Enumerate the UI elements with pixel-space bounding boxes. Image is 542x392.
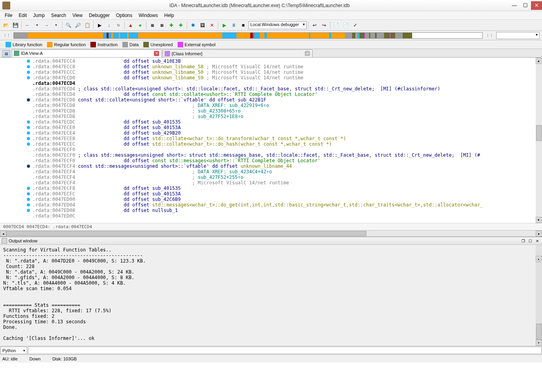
menu-edit[interactable]: Edit	[15, 12, 30, 19]
struct-icon[interactable]: ▦	[148, 21, 157, 30]
find-next-icon[interactable]: 🔎	[73, 21, 82, 30]
bp-icon[interactable]: 📄	[332, 21, 341, 30]
find-icon[interactable]: 🔍	[64, 21, 73, 30]
vscroll-thumb[interactable]	[536, 125, 542, 141]
code-line[interactable]: .rdata:0047ECF0	[0, 147, 542, 152]
go-green-icon[interactable]: ●	[136, 21, 144, 30]
code-line[interactable]: .rdata:0047ECC8 dd offset unknown_libnam…	[0, 64, 542, 69]
minimize-button[interactable]: —	[509, 1, 520, 10]
code-line[interactable]: .rdata:0047ECEC dd offset std::collate<w…	[0, 141, 542, 147]
menu-jump[interactable]: Jump	[30, 12, 48, 19]
code-line[interactable]: .rdata:0047ECF4 ; sub_427F52+255↑o	[0, 174, 542, 180]
nav-handle-icon[interactable]: ⋮⋮	[2, 31, 11, 40]
bp2-icon[interactable]: 📄	[341, 21, 350, 30]
hex-icon[interactable]: N	[114, 21, 123, 30]
code-line[interactable]: .rdata:0047ECF4 ; DATA XREF: sub_4234C4+…	[0, 169, 542, 174]
run-icon[interactable]: ▶	[95, 21, 104, 30]
hscroll-thumb[interactable]	[6, 231, 366, 236]
command-input[interactable]	[28, 347, 542, 354]
code-line[interactable]: .rdata:0047ECFC dd offset sub_40153A	[0, 191, 542, 197]
tab-idaviewa[interactable]: IDA View-A✕	[12, 49, 162, 57]
debugger-select[interactable]: Local Windows debugger	[248, 21, 307, 29]
delete-icon[interactable]: ✕	[208, 21, 216, 30]
code-line[interactable]: .rdata:0047ECF8 dd offset sub_401535	[0, 186, 542, 191]
output-text[interactable]: Scanning for Virtual Function Tables.. -…	[0, 245, 542, 346]
code-line[interactable]: .rdata:0047ED04 dd offset std::messages<…	[0, 202, 542, 208]
menu-debugger[interactable]: Debugger	[86, 12, 113, 19]
code-line[interactable]: .rdata:0047ECE4 dd offset sub_429B20	[0, 130, 542, 136]
menu-help[interactable]: Help	[161, 12, 177, 19]
code-line[interactable]: .rdata:0047ED00 dd offset sub_42C6B9	[0, 197, 542, 202]
legend-chip	[143, 42, 149, 47]
navigation-bar[interactable]	[13, 32, 483, 39]
open-icon[interactable]: 📂	[2, 21, 10, 30]
stop-icon[interactable]: ■	[239, 21, 248, 30]
code-line[interactable]: .rdata:0047ECC4 dd offset sub_410E3B	[0, 58, 542, 64]
add-icon[interactable]: ✚	[167, 21, 176, 30]
stop-red-icon[interactable]: ▲	[126, 21, 135, 30]
code-line[interactable]: .rdata:0047ECF0 dd offset const std::mes…	[0, 158, 542, 163]
code-line[interactable]: .rdata:0047ECD8 const std::collate<unsig…	[0, 97, 542, 103]
code-line[interactable]: .rdata:0047ECD8 ; sub_427F52+1E8↑o	[0, 114, 542, 119]
legend-label: Regular function	[54, 42, 86, 47]
add2-icon[interactable]: ✚	[176, 21, 185, 30]
output-close-icon[interactable]: ✕	[534, 238, 540, 244]
step2-icon[interactable]: ↪	[320, 21, 328, 30]
enum-icon[interactable]: ▦	[158, 21, 166, 30]
code-line[interactable]: .rdata:0047ECD8 ; sub_423308+65↑o	[0, 108, 542, 114]
side-toggle-icon[interactable]: ▤	[2, 50, 10, 57]
code-line[interactable]: .rdata:0047ECE8 dd offset std::collate<w…	[0, 136, 542, 141]
tab-close-icon[interactable]: ✕	[154, 51, 159, 56]
pic-icon[interactable]: 🖼	[198, 21, 207, 30]
step-icon[interactable]: ↩	[310, 21, 319, 30]
find-text-icon[interactable]: 📋	[83, 21, 92, 30]
code-line[interactable]: .rdata:0047ECF4 const std::messages<unsi…	[0, 163, 542, 169]
scroll-up-icon[interactable]: ▴	[536, 58, 542, 64]
language-select[interactable]: Python	[0, 347, 27, 354]
code-line[interactable]: .rdata:0047ECCC dd offset unknown_libnam…	[0, 69, 542, 75]
back-icon[interactable]: ←	[23, 21, 32, 30]
toolbar: 📂 💾 ← ▾ → ▾ 🔍 🔎 📋 ▶ ↓ N ▲ ● ▦ ▦ ✚ ✚ ✱ 🖼 …	[0, 20, 542, 31]
star-icon[interactable]: ✱	[189, 21, 197, 30]
back-dd-icon[interactable]: ▾	[33, 21, 41, 30]
tab-close-icon[interactable]: ✕	[305, 51, 310, 56]
scroll-right-icon[interactable]: ▸	[536, 231, 542, 236]
hscrollbar[interactable]: ◂ ▸	[0, 230, 542, 236]
menu-file[interactable]: File	[2, 12, 15, 19]
disassembly-view[interactable]: .rdata:0047ECC4 dd offset sub_410E3B.rda…	[0, 58, 542, 223]
out-vscroll-thumb[interactable]	[536, 324, 542, 339]
code-line[interactable]: .rdata:0047ED08 dd offset nullsub_1	[0, 208, 542, 213]
code-line[interactable]: .rdata:0047ECF0 ; class std::messages<un…	[0, 152, 542, 158]
play-icon[interactable]: ▶	[220, 21, 229, 30]
code-line[interactable]: .rdata:0047ECE0 dd offset sub_40153A	[0, 125, 542, 130]
menu-view[interactable]: View	[69, 12, 86, 19]
output-restore-icon[interactable]: ❐	[520, 238, 526, 244]
scroll-down-icon[interactable]: ▾	[536, 217, 542, 223]
nav-zoom-select[interactable]	[496, 32, 540, 39]
out-vscrollbar[interactable]: ▴ ▾	[536, 245, 542, 346]
forward-icon[interactable]: →	[42, 21, 51, 30]
menu-options[interactable]: Options	[113, 12, 135, 19]
code-line[interactable]: .rdata:0047ECD0 dd offset unknown_libnam…	[0, 75, 542, 81]
close-button[interactable]: ✕	[531, 1, 542, 10]
code-line[interactable]: .rdata:0047ECD4 ; class std::collate<uns…	[0, 86, 542, 92]
save-icon[interactable]: 💾	[11, 21, 20, 30]
code-line[interactable]: .rdata:0047ECF4 ; Microsoft VisualC 14/n…	[0, 180, 542, 186]
code-line[interactable]: .rdata:0047ECD4	[0, 81, 542, 86]
bp3-icon[interactable]: ✓	[351, 21, 360, 30]
maximize-button[interactable]: ☐	[520, 1, 531, 10]
code-line[interactable]: .rdata:0047ECDC dd offset sub_401535	[0, 119, 542, 125]
menu-search[interactable]: Search	[48, 12, 69, 19]
vscrollbar[interactable]: ▴ ▾	[536, 58, 542, 223]
pause-icon[interactable]: ⏸	[229, 21, 238, 30]
scroll-left-icon[interactable]: ◂	[0, 231, 6, 236]
forward-dd-icon[interactable]: ▾	[52, 21, 60, 30]
out-scroll-down-icon[interactable]: ▾	[536, 339, 542, 346]
menu-windows[interactable]: Windows	[135, 12, 161, 19]
output-max-icon[interactable]: ☐	[527, 238, 533, 244]
tab-classinformer[interactable]: [Class Informer]✕	[163, 49, 313, 57]
code-line[interactable]: .rdata:0047ECD4 dd offset const std::col…	[0, 92, 542, 97]
code-line[interactable]: .rdata:0047ED0C	[0, 213, 542, 219]
code-line[interactable]: .rdata:0047ECD8 ; DATA XREF: sub_422919+…	[0, 103, 542, 108]
down-icon[interactable]: ↓	[105, 21, 113, 30]
